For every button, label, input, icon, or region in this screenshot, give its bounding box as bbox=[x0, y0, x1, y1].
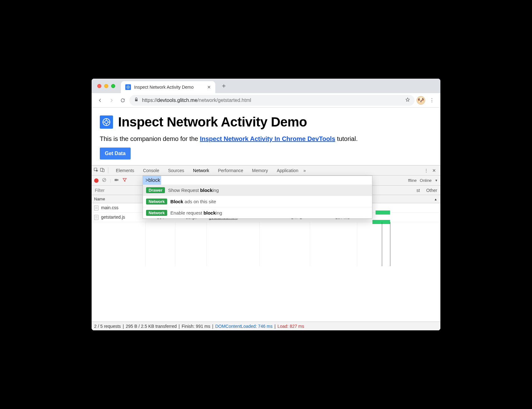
close-window-button[interactable] bbox=[97, 84, 101, 88]
lock-icon bbox=[134, 97, 139, 104]
maximize-window-button[interactable] bbox=[111, 84, 115, 88]
browser-tab[interactable]: Inspect Network Activity Demo ✕ bbox=[121, 81, 215, 93]
command-menu: Drawer Show Request blocking Network Blo… bbox=[143, 176, 372, 219]
devtools-panel: Elements Console Sources Network Perform… bbox=[92, 165, 440, 330]
command-item[interactable]: Drawer Show Request blocking bbox=[143, 185, 372, 196]
command-item[interactable]: Network Block ads on this site bbox=[143, 196, 372, 207]
col-name[interactable]: Name bbox=[92, 197, 146, 201]
page-heading: Inspect Network Activity Demo bbox=[118, 115, 307, 130]
reload-button[interactable] bbox=[118, 96, 127, 105]
window-controls bbox=[97, 84, 115, 88]
status-transferred: 295 B / 2.5 KB transferred bbox=[126, 324, 177, 329]
favicon-icon bbox=[125, 84, 131, 90]
back-button[interactable] bbox=[95, 96, 105, 105]
waterfall-bar bbox=[376, 210, 390, 215]
get-data-button[interactable]: Get Data bbox=[100, 148, 131, 160]
devtools-tabs: Elements Console Sources Network Perform… bbox=[92, 165, 440, 176]
tab-console[interactable]: Console bbox=[139, 165, 163, 175]
record-button[interactable] bbox=[94, 178, 99, 183]
status-load: Load: 827 ms bbox=[277, 324, 304, 329]
command-item[interactable]: Network Enable request blocking bbox=[143, 207, 372, 218]
tab-title: Inspect Network Activity Demo bbox=[134, 85, 194, 90]
status-finish: Finish: 991 ms bbox=[182, 324, 210, 329]
network-toolbar: | Drawer Show Request blocking Network B bbox=[92, 176, 440, 186]
status-requests: 2 / 5 requests bbox=[94, 324, 121, 329]
svg-point-4 bbox=[105, 120, 108, 124]
address-bar[interactable]: https://devtools.glitch.me/network/getst… bbox=[129, 95, 415, 106]
type-filter-fragment[interactable]: st bbox=[413, 188, 423, 193]
new-tab-button[interactable]: ＋ bbox=[218, 80, 229, 91]
tab-application[interactable]: Application bbox=[272, 165, 303, 175]
tab-sources[interactable]: Sources bbox=[164, 165, 189, 175]
sort-indicator-icon: ▲ bbox=[434, 198, 437, 201]
url-text: https://devtools.glitch.me/network/getst… bbox=[142, 98, 251, 103]
profile-avatar[interactable]: 🐶 bbox=[416, 96, 425, 105]
browser-menu-button[interactable]: ⋮ bbox=[427, 97, 437, 103]
tutorial-link[interactable]: Inspect Network Activity In Chrome DevTo… bbox=[200, 135, 335, 142]
forward-button[interactable] bbox=[107, 96, 116, 105]
tab-elements[interactable]: Elements bbox=[111, 165, 139, 175]
throttling-select[interactable]: Online bbox=[420, 178, 432, 183]
camera-icon[interactable] bbox=[114, 177, 119, 183]
browser-window: Inspect Network Activity Demo ✕ ＋ https:… bbox=[92, 79, 440, 330]
file-icon bbox=[94, 215, 99, 220]
devtools-logo-icon bbox=[100, 115, 113, 129]
svg-rect-2 bbox=[135, 99, 138, 101]
more-tabs-button[interactable]: » bbox=[303, 168, 306, 173]
svg-point-1 bbox=[127, 87, 129, 88]
svg-rect-7 bbox=[103, 169, 104, 172]
tab-strip: Inspect Network Activity Demo ✕ ＋ bbox=[92, 79, 440, 93]
chevron-down-icon[interactable]: ▼ bbox=[435, 179, 438, 182]
minimize-window-button[interactable] bbox=[104, 84, 108, 88]
svg-point-0 bbox=[127, 86, 130, 89]
page-intro: This is the companion demo for the Inspe… bbox=[100, 135, 432, 143]
status-dcl: DOMContentLoaded: 746 ms bbox=[215, 324, 273, 329]
filter-toggle-icon[interactable] bbox=[122, 177, 127, 183]
inspect-element-icon[interactable] bbox=[93, 167, 99, 173]
tab-network[interactable]: Network bbox=[189, 165, 213, 175]
offline-label-fragment: ffline bbox=[408, 178, 416, 183]
tab-memory[interactable]: Memory bbox=[248, 165, 273, 175]
devtools-settings-button[interactable]: ⋮ bbox=[424, 168, 428, 173]
close-tab-button[interactable]: ✕ bbox=[207, 85, 211, 90]
tab-performance[interactable]: Performance bbox=[213, 165, 247, 175]
status-bar: 2 / 5 requests| 295 B / 2.5 KB transferr… bbox=[92, 322, 440, 330]
file-icon bbox=[94, 205, 99, 210]
svg-rect-9 bbox=[115, 179, 117, 181]
device-toolbar-icon[interactable] bbox=[100, 167, 105, 173]
bookmark-star-button[interactable] bbox=[405, 97, 410, 104]
browser-toolbar: https://devtools.glitch.me/network/getst… bbox=[92, 93, 440, 108]
type-filter-other[interactable]: Other bbox=[423, 188, 440, 193]
command-input[interactable] bbox=[143, 176, 372, 185]
clear-button[interactable] bbox=[102, 177, 107, 183]
devtools-close-button[interactable]: ✕ bbox=[432, 168, 436, 173]
page-content: Inspect Network Activity Demo This is th… bbox=[92, 108, 440, 165]
